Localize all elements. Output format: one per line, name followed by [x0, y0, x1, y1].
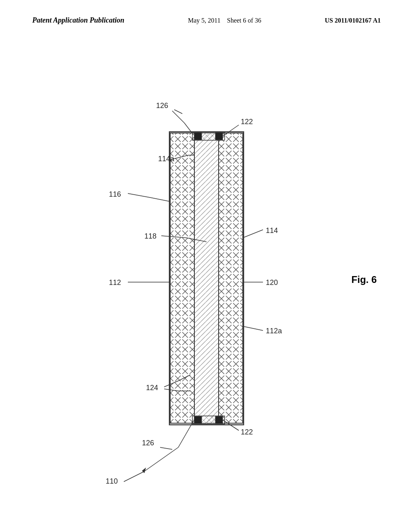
svg-rect-5: [170, 133, 194, 423]
label-126-top: 126: [156, 102, 168, 110]
publication-date: May 5, 2011 Sheet 6 of 36: [188, 17, 261, 24]
label-114a: 114a: [158, 155, 175, 163]
label-112a: 112a: [266, 327, 282, 335]
svg-rect-12: [194, 416, 202, 424]
svg-line-20: [124, 472, 144, 482]
figure-label: Fig. 6: [351, 274, 377, 285]
figure-area: 110 112 112a 114 114a 116 118 120 122 12…: [0, 64, 413, 508]
sheet-info: Sheet 6 of 36: [227, 17, 261, 24]
label-124: 124: [146, 384, 158, 392]
svg-line-16: [172, 111, 184, 123]
page-header: Patent Application Publication May 5, 20…: [0, 16, 413, 25]
diagram-container: 110 112 112a 114 114a 116 118 120 122 12…: [65, 85, 348, 488]
svg-rect-6: [219, 133, 243, 423]
label-116: 116: [109, 190, 121, 198]
svg-line-38: [174, 110, 182, 114]
label-112: 112: [109, 278, 121, 287]
publication-title: Patent Application Publication: [32, 16, 124, 25]
svg-line-18: [144, 447, 178, 472]
svg-line-27: [128, 193, 150, 197]
svg-line-39: [160, 447, 172, 449]
label-120: 120: [266, 278, 278, 287]
svg-rect-10: [215, 133, 223, 140]
patent-figure-svg: 110 112 112a 114 114a 116 118 120 122 12…: [65, 85, 348, 488]
svg-line-31: [244, 326, 263, 330]
svg-line-23: [243, 230, 263, 238]
label-126-bot: 126: [142, 439, 154, 447]
label-110: 110: [106, 477, 118, 485]
svg-rect-7: [194, 133, 219, 423]
label-122-top: 122: [241, 118, 253, 126]
label-122-bot: 122: [241, 428, 253, 436]
svg-rect-9: [194, 133, 202, 140]
patent-number: US 2011/0102167 A1: [325, 17, 381, 24]
svg-line-26: [150, 197, 170, 202]
svg-rect-13: [215, 416, 223, 424]
label-114: 114: [266, 227, 278, 235]
label-118: 118: [144, 232, 156, 240]
